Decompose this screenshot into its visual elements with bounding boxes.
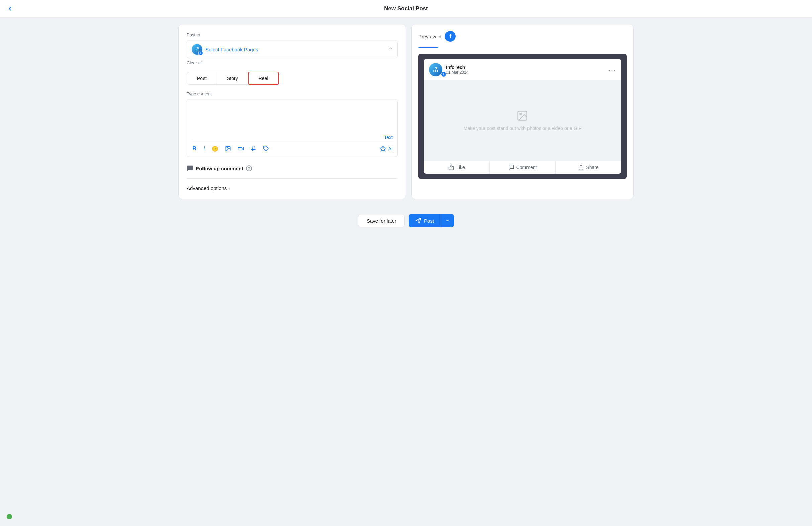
svg-line-7	[254, 146, 255, 151]
post-to-label: Post to	[187, 32, 397, 38]
fb-page-name: InfoTech	[446, 64, 468, 70]
bottom-buttons: Save for later Post	[0, 214, 812, 227]
ai-label: AI	[388, 146, 393, 151]
preview-underline	[418, 47, 438, 48]
tag-icon	[263, 146, 269, 151]
video-button[interactable]	[237, 145, 244, 152]
post-button-group: Post	[409, 214, 454, 227]
select-placeholder-text: Select Facebook Pages	[205, 46, 258, 52]
preview-label: Preview in	[418, 34, 441, 40]
italic-icon: I	[203, 146, 204, 151]
fb-badge: f	[199, 50, 203, 55]
send-icon	[415, 218, 421, 224]
comment-bubble-icon	[187, 165, 193, 172]
fb-post-actions: Like Comment Share	[424, 161, 621, 174]
fb-like-button[interactable]: Like	[424, 161, 489, 174]
preview-header: Preview in f	[418, 31, 627, 42]
left-panel: Post to 🏖 f Select Facebook Pages ⌃ Clea…	[178, 24, 406, 200]
share-label: Share	[586, 165, 598, 170]
content-textarea[interactable]	[192, 103, 393, 137]
select-pages-dropdown[interactable]: 🏖 f Select Facebook Pages ⌃	[187, 40, 397, 58]
help-icon[interactable]: ?	[246, 165, 252, 171]
page-title: New Social Post	[384, 5, 428, 12]
emoji-icon: 🙂	[212, 146, 218, 152]
post-chevron-down-icon	[445, 218, 450, 222]
tab-post[interactable]: Post	[187, 72, 217, 85]
text-type-label: Text	[384, 134, 393, 140]
post-dropdown-button[interactable]	[441, 214, 454, 227]
fb-post-avatar: 🏖	[429, 63, 443, 76]
dropdown-chevron-icon: ⌃	[389, 46, 393, 52]
fb-post-header: 🏖 f InfoTech 01 Mar 2024 ···	[424, 59, 621, 80]
media-placeholder-text: Make your post stand out with photos or …	[464, 126, 582, 131]
ai-button[interactable]: AI	[379, 145, 393, 152]
fb-share-button[interactable]: Share	[555, 161, 621, 174]
tag-button[interactable]	[262, 145, 270, 152]
svg-rect-2	[238, 147, 242, 150]
follow-up-section: Follow up comment ?	[187, 165, 397, 172]
fb-post-date: 01 Mar 2024	[446, 70, 468, 75]
like-icon	[448, 164, 454, 170]
svg-marker-9	[380, 146, 386, 151]
back-button[interactable]	[7, 5, 13, 12]
fb-post-info: InfoTech 01 Mar 2024	[446, 64, 468, 75]
svg-point-11	[520, 114, 522, 115]
post-type-tabs: Post Story Reel	[187, 72, 397, 85]
editor-toolbar: B I 🙂	[192, 141, 393, 152]
page-header: New Social Post	[0, 0, 812, 17]
image-button[interactable]	[224, 145, 232, 152]
fb-post-media: Make your post stand out with photos or …	[424, 80, 621, 161]
facebook-preview-icon: f	[445, 31, 455, 42]
advanced-options-label: Advanced options	[187, 185, 227, 191]
image-icon	[225, 146, 231, 151]
fb-comment-button[interactable]: Comment	[489, 161, 555, 174]
fb-preview-wrapper: 🏖 f InfoTech 01 Mar 2024 ···	[418, 54, 627, 179]
save-later-button[interactable]: Save for later	[358, 214, 405, 227]
svg-point-1	[227, 147, 227, 148]
fb-post-avatar-badge: f	[441, 72, 447, 77]
content-editor: Text B I 🙂	[187, 99, 397, 157]
advanced-chevron-icon: ›	[229, 186, 230, 191]
comment-label: Comment	[517, 165, 537, 170]
green-status-dot	[7, 514, 12, 519]
clear-all-link[interactable]: Clear all	[187, 60, 397, 65]
tab-reel[interactable]: Reel	[248, 72, 279, 85]
fb-post-avatar-wrapper: 🏖 f	[429, 63, 446, 76]
bold-icon: B	[192, 145, 197, 152]
follow-up-label: Follow up comment	[196, 166, 243, 171]
tab-story[interactable]: Story	[217, 72, 248, 85]
emoji-button[interactable]: 🙂	[211, 145, 219, 152]
right-panel: Preview in f 🏖 f InfoTech	[411, 24, 634, 200]
content-label: Type content	[187, 91, 397, 97]
hashtag-icon	[250, 146, 256, 151]
advanced-options[interactable]: Advanced options ›	[187, 185, 397, 191]
italic-button[interactable]: I	[203, 145, 205, 152]
divider	[187, 178, 397, 179]
media-placeholder-icon	[517, 110, 528, 122]
fb-post-more-icon[interactable]: ···	[608, 66, 616, 74]
post-button[interactable]: Post	[409, 214, 441, 227]
post-label: Post	[424, 218, 434, 223]
fb-post-card: 🏖 f InfoTech 01 Mar 2024 ···	[424, 59, 621, 174]
page-avatar-wrapper: 🏖 f	[192, 44, 203, 55]
main-layout: Post to 🏖 f Select Facebook Pages ⌃ Clea…	[172, 17, 640, 206]
ai-icon	[379, 145, 386, 152]
comment-icon	[508, 164, 514, 170]
select-left: 🏖 f Select Facebook Pages	[192, 44, 258, 55]
hashtag-button[interactable]	[250, 145, 257, 152]
bold-button[interactable]: B	[192, 145, 197, 152]
like-label: Like	[456, 165, 465, 170]
svg-line-6	[252, 146, 253, 151]
video-icon	[238, 146, 244, 151]
share-icon	[578, 164, 584, 170]
